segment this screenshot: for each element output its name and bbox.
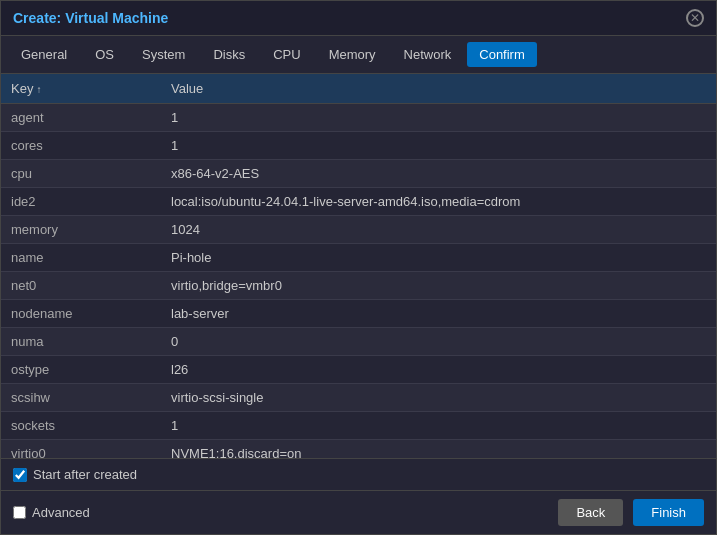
tab-system[interactable]: System	[130, 42, 197, 67]
tab-os[interactable]: OS	[83, 42, 126, 67]
row-value: x86-64-v2-AES	[161, 160, 716, 188]
row-key: scsihw	[1, 384, 161, 412]
table-row[interactable]: memory1024	[1, 216, 716, 244]
row-value: lab-server	[161, 300, 716, 328]
row-value: virtio-scsi-single	[161, 384, 716, 412]
row-key: ide2	[1, 188, 161, 216]
tab-disks[interactable]: Disks	[201, 42, 257, 67]
row-value: NVME1:16,discard=on	[161, 440, 716, 459]
tab-memory[interactable]: Memory	[317, 42, 388, 67]
row-value: local:iso/ubuntu-24.04.1-live-server-amd…	[161, 188, 716, 216]
row-key: nodename	[1, 300, 161, 328]
table-row[interactable]: ostypel26	[1, 356, 716, 384]
table-row[interactable]: virtio0NVME1:16,discard=on	[1, 440, 716, 459]
row-value: 1	[161, 104, 716, 132]
config-table: Key↑ Value agent1cores1cpux86-64-v2-AESi…	[1, 74, 716, 458]
col-key-header[interactable]: Key↑	[1, 74, 161, 104]
row-value: Pi-hole	[161, 244, 716, 272]
table-row[interactable]: namePi-hole	[1, 244, 716, 272]
row-key: memory	[1, 216, 161, 244]
table-row[interactable]: net0virtio,bridge=vmbr0	[1, 272, 716, 300]
title-bar: Create: Virtual Machine ✕	[1, 1, 716, 36]
tab-bar: GeneralOSSystemDisksCPUMemoryNetworkConf…	[1, 36, 716, 74]
advanced-row: Advanced	[13, 505, 90, 520]
advanced-checkbox[interactable]	[13, 506, 26, 519]
config-table-container: Key↑ Value agent1cores1cpux86-64-v2-AESi…	[1, 74, 716, 458]
window-title: Create: Virtual Machine	[13, 10, 168, 26]
back-button[interactable]: Back	[558, 499, 623, 526]
table-row[interactable]: cpux86-64-v2-AES	[1, 160, 716, 188]
table-row[interactable]: nodenamelab-server	[1, 300, 716, 328]
start-after-created-checkbox[interactable]	[13, 468, 27, 482]
start-after-created-label: Start after created	[33, 467, 137, 482]
row-key: name	[1, 244, 161, 272]
main-content: Key↑ Value agent1cores1cpux86-64-v2-AESi…	[1, 74, 716, 534]
row-key: sockets	[1, 412, 161, 440]
bottom-bar: Advanced Back Finish	[1, 490, 716, 534]
row-key: agent	[1, 104, 161, 132]
tab-network[interactable]: Network	[392, 42, 464, 67]
row-key: net0	[1, 272, 161, 300]
row-value: l26	[161, 356, 716, 384]
row-key: numa	[1, 328, 161, 356]
row-value: 1024	[161, 216, 716, 244]
create-vm-window: Create: Virtual Machine ✕ GeneralOSSyste…	[0, 0, 717, 535]
table-row[interactable]: agent1	[1, 104, 716, 132]
table-row[interactable]: numa0	[1, 328, 716, 356]
row-value: 0	[161, 328, 716, 356]
table-row[interactable]: cores1	[1, 132, 716, 160]
tab-general[interactable]: General	[9, 42, 79, 67]
row-key: virtio0	[1, 440, 161, 459]
tab-cpu[interactable]: CPU	[261, 42, 312, 67]
row-key: ostype	[1, 356, 161, 384]
row-value: 1	[161, 412, 716, 440]
row-value: virtio,bridge=vmbr0	[161, 272, 716, 300]
finish-button[interactable]: Finish	[633, 499, 704, 526]
start-after-created-row: Start after created	[13, 467, 137, 482]
col-value-header: Value	[161, 74, 716, 104]
table-row[interactable]: ide2local:iso/ubuntu-24.04.1-live-server…	[1, 188, 716, 216]
table-row[interactable]: scsihwvirtio-scsi-single	[1, 384, 716, 412]
tab-confirm[interactable]: Confirm	[467, 42, 537, 67]
row-value: 1	[161, 132, 716, 160]
footer: Start after created	[1, 458, 716, 490]
row-key: cpu	[1, 160, 161, 188]
sort-icon: ↑	[36, 84, 41, 95]
row-key: cores	[1, 132, 161, 160]
table-row[interactable]: sockets1	[1, 412, 716, 440]
advanced-label: Advanced	[32, 505, 90, 520]
close-button[interactable]: ✕	[686, 9, 704, 27]
